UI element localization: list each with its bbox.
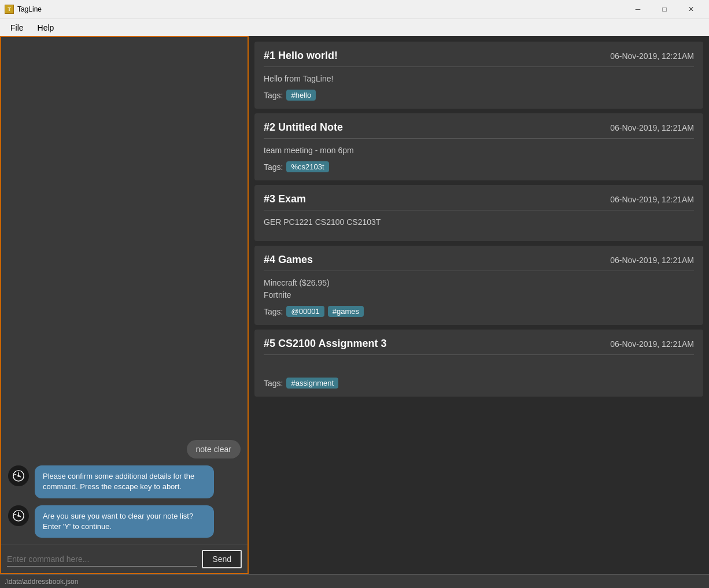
chat-message-row-2: Are you sure you want to clear your note… <box>8 505 241 538</box>
note-header-5: #5 CS2100 Assignment 3 06-Nov-2019, 12:2… <box>264 338 694 355</box>
note-title-2: #2 Untitled Note <box>264 121 343 134</box>
note-card-5: #5 CS2100 Assignment 3 06-Nov-2019, 12:2… <box>254 330 703 397</box>
tag-hello: #hello <box>286 90 316 101</box>
menu-bar: File Help <box>0 19 709 36</box>
tag-games: #games <box>328 306 364 317</box>
note-date-2: 06-Nov-2019, 12:21AM <box>610 123 694 132</box>
note-date-5: 06-Nov-2019, 12:21AM <box>610 339 694 349</box>
right-panel: #1 Hello world! 06-Nov-2019, 12:21AM Hel… <box>249 36 709 574</box>
avatar <box>8 465 29 486</box>
note-header-3: #3 Exam 06-Nov-2019, 12:21AM <box>264 193 694 210</box>
note-header-1: #1 Hello world! 06-Nov-2019, 12:21AM <box>264 50 694 67</box>
note-content-4: Minecraft ($26.95)Fortnite <box>264 277 694 301</box>
status-path: .\data\addressbook.json <box>5 578 78 586</box>
title-bar-left: T TagLine <box>5 5 42 14</box>
main-area: note clear Please confirm some additiona… <box>0 36 709 574</box>
tags-label-2: Tags: <box>264 162 283 172</box>
note-header-2: #2 Untitled Note 06-Nov-2019, 12:21AM <box>264 121 694 139</box>
chat-message-2-text: Are you sure you want to clear your note… <box>43 512 193 531</box>
chat-message-row: Please confirm some additional details f… <box>8 465 241 498</box>
input-area: Send <box>1 545 248 573</box>
chat-bubble-2: Are you sure you want to clear your note… <box>35 505 214 538</box>
svg-point-3 <box>17 515 20 517</box>
note-tags-1: Tags: #hello <box>264 90 694 101</box>
tags-label-1: Tags: <box>264 91 283 100</box>
note-title-4: #4 Games <box>264 254 313 266</box>
close-button[interactable]: ✕ <box>678 0 704 19</box>
tag-cs2103t: %cs2103t <box>286 161 328 172</box>
tag-assignment: #assignment <box>286 378 338 389</box>
app-icon: T <box>5 5 14 14</box>
minimize-button[interactable]: ─ <box>625 0 651 19</box>
left-panel: note clear Please confirm some additiona… <box>0 36 249 574</box>
tag-00001: @00001 <box>286 306 324 317</box>
note-clear-bubble: note clear <box>187 440 241 458</box>
tags-label-4: Tags: <box>264 307 283 316</box>
note-content-1: Hello from TagLine! <box>264 73 694 85</box>
menu-help[interactable]: Help <box>32 21 60 35</box>
maximize-button[interactable]: □ <box>651 0 678 19</box>
note-card-2: #2 Untitled Note 06-Nov-2019, 12:21AM te… <box>254 113 703 180</box>
note-tags-4: Tags: @00001 #games <box>264 306 694 317</box>
note-card-1: #1 Hello world! 06-Nov-2019, 12:21AM Hel… <box>254 42 703 109</box>
note-card-4: #4 Games 06-Nov-2019, 12:21AM Minecraft … <box>254 246 703 325</box>
note-title-5: #5 CS2100 Assignment 3 <box>264 338 386 350</box>
title-bar: T TagLine ─ □ ✕ <box>0 0 709 19</box>
note-tags-5: Tags: #assignment <box>264 378 694 389</box>
app-title: TagLine <box>17 5 42 13</box>
chat-bubble-1: Please confirm some additional details f… <box>35 465 214 498</box>
chat-messages: note clear Please confirm some additiona… <box>1 37 248 545</box>
note-content-5 <box>264 361 694 373</box>
status-bar: .\data\addressbook.json <box>0 574 709 588</box>
note-card-3: #3 Exam 06-Nov-2019, 12:21AM GER PC1221 … <box>254 185 703 241</box>
tags-label-5: Tags: <box>264 379 283 388</box>
avatar-2 <box>8 505 29 526</box>
note-date-1: 06-Nov-2019, 12:21AM <box>610 51 694 61</box>
menu-file[interactable]: File <box>5 21 29 35</box>
note-tags-2: Tags: %cs2103t <box>264 161 694 172</box>
send-button[interactable]: Send <box>202 550 242 568</box>
note-date-3: 06-Nov-2019, 12:21AM <box>610 195 694 204</box>
note-content-2: team meeting - mon 6pm <box>264 145 694 157</box>
svg-point-1 <box>17 475 20 477</box>
chat-message-1-text: Please confirm some additional details f… <box>43 472 194 491</box>
command-input[interactable] <box>7 552 197 567</box>
title-bar-controls: ─ □ ✕ <box>625 0 704 19</box>
note-header-4: #4 Games 06-Nov-2019, 12:21AM <box>264 254 694 271</box>
note-title-1: #1 Hello world! <box>264 50 338 62</box>
note-date-4: 06-Nov-2019, 12:21AM <box>610 256 694 265</box>
note-title-3: #3 Exam <box>264 193 306 205</box>
note-content-3: GER PC1221 CS2100 CS2103T <box>264 216 694 228</box>
